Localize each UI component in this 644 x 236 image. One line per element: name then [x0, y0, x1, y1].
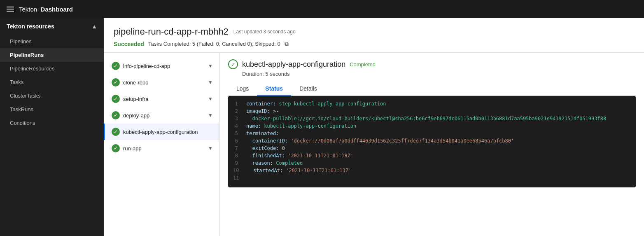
task-item-clone-repo[interactable]: clone-repo ▼: [104, 74, 219, 91]
code-line-11: 11: [228, 175, 636, 182]
task-item-info-pipeline-cd-app[interactable]: info-pipeline-cd-app ▼: [104, 58, 219, 74]
topbar: Tekton Dashboard: [0, 0, 644, 18]
page-title: pipeline-run-cd-app-r-mbhh2: [114, 26, 229, 37]
code-line-2: 2 imageID: >-: [228, 108, 636, 116]
task-label: deploy-app: [123, 112, 149, 119]
hamburger-icon[interactable]: [7, 7, 14, 12]
sidebar-item-taskruns[interactable]: TaskRuns: [0, 103, 104, 116]
code-line-3: 3 docker-pullable://gcr.io/cloud-builder…: [228, 116, 636, 123]
check-circle-icon: [112, 78, 120, 86]
page-header: pipeline-run-cd-app-r-mbhh2 Last updated…: [104, 18, 644, 53]
detail-tabs: Logs Status Details: [228, 82, 636, 96]
content-area: info-pipeline-cd-app ▼ clone-repo ▼ setu…: [104, 53, 644, 236]
sidebar-section-label: Tekton resources: [7, 23, 54, 30]
task-item-setup-infra[interactable]: setup-infra ▼: [104, 91, 219, 107]
code-line-1: 1 container: step-kubectl-apply-app-conf…: [228, 101, 636, 108]
detail-status-badge: Completed: [350, 61, 376, 68]
tab-logs[interactable]: Logs: [228, 82, 257, 96]
code-line-5: 5 terminated:: [228, 131, 636, 138]
task-label: info-pipeline-cd-app: [123, 63, 170, 69]
code-line-9: 9 reason: Completed: [228, 160, 636, 168]
chevron-down-icon: ▼: [208, 96, 213, 102]
sidebar-item-clustertasks[interactable]: ClusterTasks: [0, 89, 104, 103]
detail-panel: kubectl-apply-app-configuration Complete…: [220, 53, 644, 236]
task-item-deploy-app[interactable]: deploy-app ▼: [104, 107, 219, 124]
detail-title: kubectl-apply-app-configuration: [242, 60, 345, 69]
sidebar-item-pipelineruns[interactable]: PipelineRuns: [0, 48, 104, 62]
status-badge: Succeeded: [114, 41, 144, 47]
task-label: setup-infra: [123, 96, 148, 102]
tab-status[interactable]: Status: [257, 82, 291, 96]
status-code-block: 1 container: step-kubectl-apply-app-conf…: [228, 96, 636, 187]
tab-details[interactable]: Details: [291, 82, 325, 96]
chevron-down-icon: ▼: [208, 79, 213, 85]
code-line-7: 7 exitCode: 0: [228, 145, 636, 153]
detail-check-icon: [228, 59, 238, 69]
task-item-kubectl-apply-app-configuration[interactable]: kubectl-apply-app-configuration: [104, 124, 219, 140]
check-circle-icon: [112, 128, 120, 136]
chevron-up-icon: ▲: [91, 23, 97, 30]
chevron-down-icon: ▼: [208, 63, 213, 69]
code-line-10: 10 startedAt: '2021-10-11T21:01:13Z': [228, 168, 636, 175]
last-updated: Last updated 3 seconds ago: [233, 29, 296, 35]
app-title: Tekton Dashboard: [19, 6, 73, 13]
code-line-8: 8 finishedAt: '2021-10-11T21:01:18Z': [228, 153, 636, 160]
check-circle-icon: [112, 62, 120, 70]
sidebar-item-pipelines[interactable]: Pipelines: [0, 35, 104, 48]
app-title-dashboard: Dashboard: [41, 6, 73, 13]
main-content: pipeline-run-cd-app-r-mbhh2 Last updated…: [104, 18, 644, 236]
check-circle-icon: [112, 95, 120, 103]
chevron-down-icon: ▼: [208, 112, 213, 118]
task-item-run-app[interactable]: run-app ▼: [104, 140, 219, 157]
copy-icon[interactable]: ⧉: [285, 40, 289, 47]
sidebar-item-tasks[interactable]: Tasks: [0, 75, 104, 89]
check-circle-icon: [112, 144, 120, 152]
check-circle-icon: [112, 111, 120, 119]
sidebar-item-pipelineresources[interactable]: PipelineResources: [0, 62, 104, 75]
task-list: info-pipeline-cd-app ▼ clone-repo ▼ setu…: [104, 53, 220, 236]
chevron-down-icon: ▼: [208, 145, 213, 151]
sidebar: Tekton resources ▲ Pipelines PipelineRun…: [0, 18, 104, 236]
tasks-info: Tasks Completed: 5 (Failed: 0, Cancelled…: [148, 41, 280, 47]
detail-duration: Duration: 5 seconds: [228, 71, 636, 77]
sidebar-item-conditions[interactable]: Conditions: [0, 116, 104, 130]
task-label: run-app: [123, 145, 142, 152]
code-line-4: 4 name: kubectl-apply-app-configuration: [228, 123, 636, 131]
task-label: clone-repo: [123, 79, 148, 86]
code-line-6: 6 containerID: 'docker://0d08af7a0ddff44…: [228, 138, 636, 145]
sidebar-section-header: Tekton resources ▲: [0, 18, 104, 35]
task-label: kubectl-apply-app-configuration: [123, 129, 198, 135]
app-title-tekton: Tekton: [19, 6, 37, 13]
